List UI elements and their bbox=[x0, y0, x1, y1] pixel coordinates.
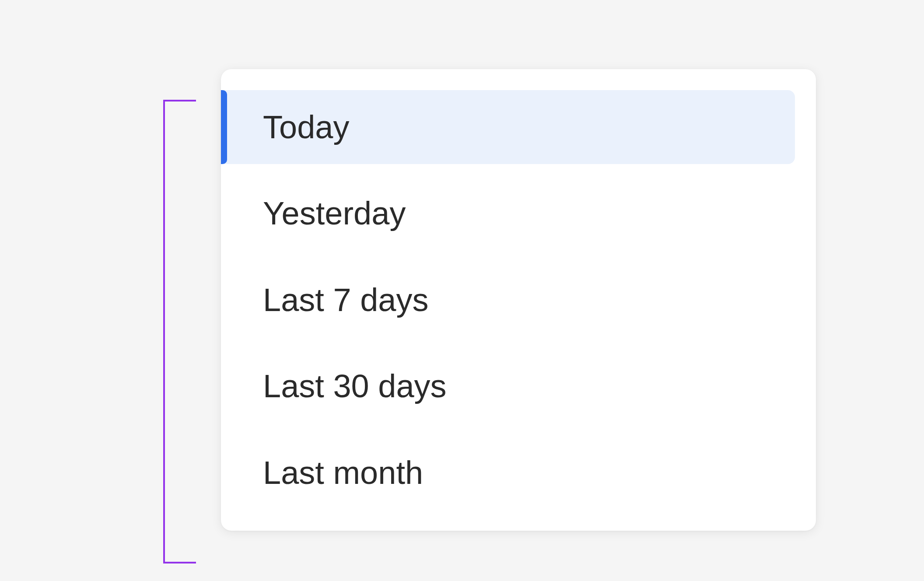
annotation-bracket bbox=[163, 100, 196, 564]
date-range-option-last-30-days[interactable]: Last 30 days bbox=[242, 349, 795, 423]
date-range-option-label: Last month bbox=[263, 455, 423, 491]
date-range-option-label: Last 30 days bbox=[263, 368, 447, 404]
date-range-dropdown: Today Yesterday Last 7 days Last 30 days… bbox=[221, 69, 816, 531]
date-range-option-label: Today bbox=[263, 109, 349, 145]
date-range-option-label: Last 7 days bbox=[263, 282, 428, 318]
date-range-option-last-7-days[interactable]: Last 7 days bbox=[242, 263, 795, 337]
date-range-option-today[interactable]: Today bbox=[221, 90, 795, 164]
date-range-option-label: Yesterday bbox=[263, 195, 406, 231]
date-range-option-yesterday[interactable]: Yesterday bbox=[242, 176, 795, 250]
date-range-option-last-month[interactable]: Last month bbox=[242, 436, 795, 510]
